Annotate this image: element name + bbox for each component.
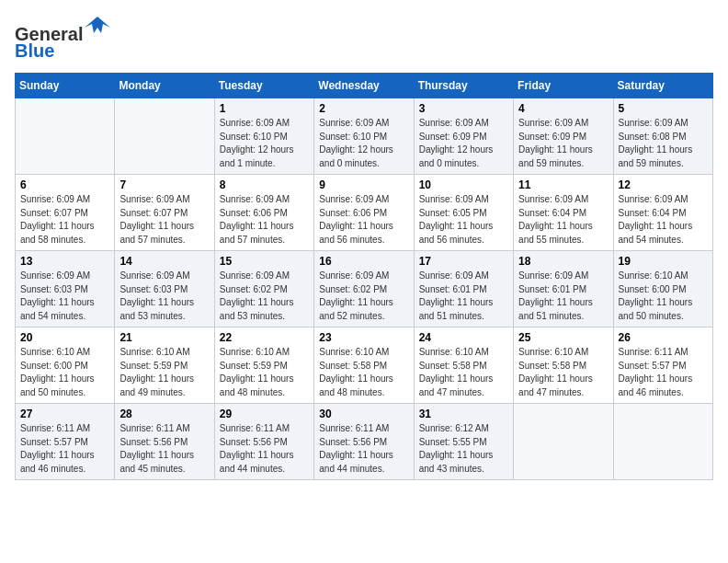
day-info: Sunrise: 6:09 AM Sunset: 6:07 PM Dayligh… [20, 193, 109, 247]
calendar-cell: 30Sunrise: 6:11 AM Sunset: 5:56 PM Dayli… [314, 404, 414, 480]
calendar-cell: 9Sunrise: 6:09 AM Sunset: 6:06 PM Daylig… [314, 175, 414, 251]
calendar-cell: 5Sunrise: 6:09 AM Sunset: 6:08 PM Daylig… [613, 98, 712, 175]
day-number: 23 [319, 331, 408, 344]
calendar-cell [115, 98, 214, 175]
day-info: Sunrise: 6:10 AM Sunset: 5:58 PM Dayligh… [319, 346, 408, 399]
day-number: 18 [518, 255, 608, 268]
calendar-cell: 24Sunrise: 6:10 AM Sunset: 5:58 PM Dayli… [414, 327, 513, 404]
calendar-cell: 14Sunrise: 6:09 AM Sunset: 6:03 PM Dayli… [115, 251, 214, 327]
calendar-cell: 25Sunrise: 6:10 AM Sunset: 5:58 PM Dayli… [514, 327, 613, 404]
day-number: 26 [619, 331, 708, 344]
calendar-cell: 19Sunrise: 6:10 AM Sunset: 6:00 PM Dayli… [613, 251, 712, 327]
day-number: 6 [20, 178, 109, 191]
calendar-cell: 26Sunrise: 6:11 AM Sunset: 5:57 PM Dayli… [613, 327, 712, 404]
day-number: 14 [119, 255, 209, 268]
day-number: 30 [319, 408, 408, 420]
calendar-cell: 1Sunrise: 6:09 AM Sunset: 6:10 PM Daylig… [214, 98, 313, 175]
week-row-4: 20Sunrise: 6:10 AM Sunset: 6:00 PM Dayli… [16, 327, 713, 404]
day-info: Sunrise: 6:09 AM Sunset: 6:02 PM Dayligh… [220, 270, 309, 323]
weekday-header-thursday: Thursday [414, 74, 513, 98]
calendar-cell: 12Sunrise: 6:09 AM Sunset: 6:04 PM Dayli… [613, 175, 712, 251]
day-info: Sunrise: 6:09 AM Sunset: 6:04 PM Dayligh… [518, 193, 608, 247]
day-number: 29 [220, 408, 309, 420]
day-number: 24 [419, 331, 508, 344]
calendar-cell: 6Sunrise: 6:09 AM Sunset: 6:07 PM Daylig… [16, 175, 115, 251]
weekday-header-row: SundayMondayTuesdayWednesdayThursdayFrid… [16, 74, 713, 98]
weekday-header-wednesday: Wednesday [314, 74, 414, 98]
day-number: 9 [319, 178, 408, 191]
day-info: Sunrise: 6:10 AM Sunset: 5:59 PM Dayligh… [119, 346, 209, 399]
calendar-cell [514, 404, 613, 480]
day-info: Sunrise: 6:09 AM Sunset: 6:03 PM Dayligh… [20, 270, 109, 323]
calendar-cell: 4Sunrise: 6:09 AM Sunset: 6:09 PM Daylig… [514, 98, 613, 175]
week-row-2: 6Sunrise: 6:09 AM Sunset: 6:07 PM Daylig… [16, 175, 713, 251]
weekday-header-friday: Friday [514, 74, 613, 98]
calendar-cell: 8Sunrise: 6:09 AM Sunset: 6:06 PM Daylig… [214, 175, 313, 251]
day-info: Sunrise: 6:09 AM Sunset: 6:05 PM Dayligh… [419, 193, 508, 247]
week-row-3: 13Sunrise: 6:09 AM Sunset: 6:03 PM Dayli… [16, 251, 713, 327]
day-info: Sunrise: 6:12 AM Sunset: 5:55 PM Dayligh… [419, 422, 508, 476]
day-number: 3 [419, 102, 508, 115]
day-info: Sunrise: 6:09 AM Sunset: 6:10 PM Dayligh… [319, 117, 408, 170]
day-info: Sunrise: 6:09 AM Sunset: 6:01 PM Dayligh… [419, 270, 508, 323]
day-number: 15 [220, 255, 309, 268]
calendar-cell: 15Sunrise: 6:09 AM Sunset: 6:02 PM Dayli… [214, 251, 313, 327]
day-info: Sunrise: 6:09 AM Sunset: 6:03 PM Dayligh… [119, 270, 209, 323]
day-info: Sunrise: 6:09 AM Sunset: 6:09 PM Dayligh… [518, 117, 608, 170]
calendar-cell: 2Sunrise: 6:09 AM Sunset: 6:10 PM Daylig… [314, 98, 414, 175]
day-info: Sunrise: 6:09 AM Sunset: 6:06 PM Dayligh… [319, 193, 408, 247]
calendar-cell: 18Sunrise: 6:09 AM Sunset: 6:01 PM Dayli… [514, 251, 613, 327]
day-info: Sunrise: 6:10 AM Sunset: 5:59 PM Dayligh… [220, 346, 309, 399]
weekday-header-monday: Monday [115, 74, 214, 98]
day-info: Sunrise: 6:09 AM Sunset: 6:08 PM Dayligh… [619, 117, 708, 170]
logo-bird-icon [85, 15, 110, 40]
week-row-1: 1Sunrise: 6:09 AM Sunset: 6:10 PM Daylig… [16, 98, 713, 175]
calendar-cell [613, 404, 712, 480]
day-number: 4 [518, 102, 608, 115]
day-number: 25 [518, 331, 608, 344]
calendar-cell: 23Sunrise: 6:10 AM Sunset: 5:58 PM Dayli… [314, 327, 414, 404]
day-number: 27 [20, 408, 109, 420]
day-info: Sunrise: 6:09 AM Sunset: 6:06 PM Dayligh… [220, 193, 309, 247]
day-info: Sunrise: 6:09 AM Sunset: 6:07 PM Dayligh… [119, 193, 209, 247]
day-number: 12 [619, 178, 708, 191]
calendar-cell: 31Sunrise: 6:12 AM Sunset: 5:55 PM Dayli… [414, 404, 513, 480]
weekday-header-sunday: Sunday [16, 74, 115, 98]
day-info: Sunrise: 6:11 AM Sunset: 5:57 PM Dayligh… [619, 346, 708, 399]
calendar-cell: 11Sunrise: 6:09 AM Sunset: 6:04 PM Dayli… [514, 175, 613, 251]
day-number: 22 [220, 331, 309, 344]
calendar-cell: 16Sunrise: 6:09 AM Sunset: 6:02 PM Dayli… [314, 251, 414, 327]
day-info: Sunrise: 6:09 AM Sunset: 6:01 PM Dayligh… [518, 270, 608, 323]
weekday-header-tuesday: Tuesday [214, 74, 313, 98]
calendar-table: SundayMondayTuesdayWednesdayThursdayFrid… [15, 73, 713, 480]
day-number: 16 [319, 255, 408, 268]
calendar-cell: 7Sunrise: 6:09 AM Sunset: 6:07 PM Daylig… [115, 175, 214, 251]
day-number: 17 [419, 255, 508, 268]
calendar-cell: 10Sunrise: 6:09 AM Sunset: 6:05 PM Dayli… [414, 175, 513, 251]
day-info: Sunrise: 6:11 AM Sunset: 5:56 PM Dayligh… [220, 422, 309, 476]
day-number: 2 [319, 102, 408, 115]
day-number: 31 [419, 408, 508, 420]
day-info: Sunrise: 6:10 AM Sunset: 6:00 PM Dayligh… [619, 270, 708, 323]
calendar-cell: 21Sunrise: 6:10 AM Sunset: 5:59 PM Dayli… [115, 327, 214, 404]
day-info: Sunrise: 6:10 AM Sunset: 5:58 PM Dayligh… [419, 346, 508, 399]
day-info: Sunrise: 6:10 AM Sunset: 5:58 PM Dayligh… [518, 346, 608, 399]
calendar-cell: 28Sunrise: 6:11 AM Sunset: 5:56 PM Dayli… [115, 404, 214, 480]
day-number: 10 [419, 178, 508, 191]
logo: General Blue [15, 15, 110, 62]
svg-marker-0 [85, 17, 110, 33]
calendar-cell: 20Sunrise: 6:10 AM Sunset: 6:00 PM Dayli… [16, 327, 115, 404]
day-info: Sunrise: 6:09 AM Sunset: 6:09 PM Dayligh… [419, 117, 508, 170]
day-number: 28 [119, 408, 209, 420]
page-header: General Blue [15, 15, 713, 62]
calendar-cell: 22Sunrise: 6:10 AM Sunset: 5:59 PM Dayli… [214, 327, 313, 404]
day-number: 7 [119, 178, 209, 191]
day-info: Sunrise: 6:09 AM Sunset: 6:04 PM Dayligh… [619, 193, 708, 247]
day-number: 1 [220, 102, 309, 115]
day-number: 5 [619, 102, 708, 115]
calendar-cell: 27Sunrise: 6:11 AM Sunset: 5:57 PM Dayli… [16, 404, 115, 480]
day-number: 8 [220, 178, 309, 191]
day-info: Sunrise: 6:11 AM Sunset: 5:56 PM Dayligh… [119, 422, 209, 476]
day-info: Sunrise: 6:10 AM Sunset: 6:00 PM Dayligh… [20, 346, 109, 399]
calendar-cell: 29Sunrise: 6:11 AM Sunset: 5:56 PM Dayli… [214, 404, 313, 480]
